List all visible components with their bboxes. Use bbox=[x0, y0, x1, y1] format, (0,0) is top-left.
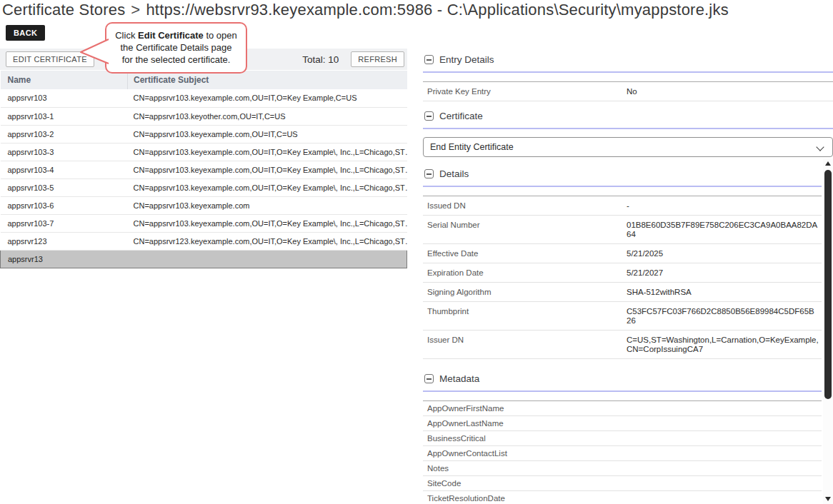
collapse-icon[interactable] bbox=[424, 55, 434, 64]
collapse-icon[interactable] bbox=[424, 169, 434, 178]
collapse-icon[interactable] bbox=[424, 374, 434, 383]
collapse-icon[interactable] bbox=[424, 111, 434, 121]
detail-value: 01B8E60D35B7F89E758C206EC3CA9A0BAA82DA64 bbox=[627, 218, 822, 241]
entry-details-section: Entry Details Private Key Entry No bbox=[423, 49, 833, 101]
metadata-row: TicketResolutionDate bbox=[423, 491, 822, 504]
entry-details-table: Private Key Entry No bbox=[423, 81, 833, 101]
certificate-header[interactable]: Certificate bbox=[423, 105, 833, 129]
metadata-row: BusinessCritical bbox=[423, 431, 822, 446]
tooltip-tail-icon bbox=[78, 37, 109, 67]
table-row[interactable]: appsrvr103-6 CN=appsrvr103.keyexample.co… bbox=[1, 196, 407, 214]
detail-label: Effective Date bbox=[423, 247, 627, 260]
breadcrumb-separator-icon: > bbox=[131, 1, 140, 19]
certificate-table: Name Certificate Subject appsrvr103 CN=a… bbox=[0, 71, 407, 268]
cert-name: appsrvr103-5 bbox=[1, 178, 128, 196]
cert-name: appsrvr103-3 bbox=[1, 143, 128, 161]
cert-name: appsrvr103-1 bbox=[1, 107, 128, 125]
cert-subject: CN=appsrvr103.keyother.com,OU=IT,C=US bbox=[128, 107, 407, 125]
detail-value: 5/21/2027 bbox=[627, 266, 822, 279]
detail-value: SHA-512withRSA bbox=[627, 286, 822, 298]
section-title: Details bbox=[439, 168, 469, 179]
cert-subject: CN=appsrvr103.keyexample.com,OU=IT,O=Key… bbox=[128, 89, 407, 107]
details-table: Issued DN - Serial Number 01B8E60D35B7F8… bbox=[423, 196, 822, 359]
scroll-down-icon[interactable] bbox=[825, 497, 831, 501]
detail-row: Issued DN - bbox=[423, 196, 822, 216]
total-count-label: Total: 10 bbox=[302, 54, 339, 65]
cert-name: appsrvr103-2 bbox=[1, 125, 128, 143]
metadata-row: AppOwnerLastName bbox=[423, 416, 822, 431]
detail-row: Expiration Date 5/21/2027 bbox=[423, 263, 822, 283]
cert-name: appsrvr103 bbox=[1, 89, 128, 107]
section-title: Entry Details bbox=[439, 54, 494, 65]
scrollbar-thumb[interactable] bbox=[824, 170, 832, 399]
section-title: Metadata bbox=[439, 373, 479, 384]
certificate-section: Certificate End Entity Certificate bbox=[423, 105, 833, 157]
detail-row: Signing Algorithm SHA-512withRSA bbox=[423, 283, 822, 302]
table-row[interactable]: appsrvr13 bbox=[1, 250, 407, 268]
certificate-store-page: Certificate Stores>https://websrvr93.key… bbox=[0, 0, 833, 504]
cert-subject: CN=appsrvr103.keyexample.com,OU=IT,O=Key… bbox=[128, 178, 407, 196]
detail-label: Expiration Date bbox=[423, 266, 627, 279]
metadata-row: Notes bbox=[423, 461, 822, 476]
cert-name: appsrvr103-4 bbox=[1, 161, 128, 178]
cert-name: appsrvr103-6 bbox=[1, 196, 128, 214]
table-row[interactable]: appsrvr123 CN=appsrvr123.keyexample.com,… bbox=[1, 232, 407, 250]
cert-subject: CN=appsrvr103.keyexample.com,OU=IT,O=Key… bbox=[128, 161, 407, 178]
cert-subject: CN=appsrvr103.keyexample.com,OU=IT,O=Key… bbox=[128, 143, 407, 161]
table-row[interactable]: appsrvr103-7 CN=appsrvr103.keyexample.co… bbox=[1, 214, 407, 232]
section-title: Certificate bbox=[439, 111, 483, 121]
detail-row: Private Key Entry No bbox=[423, 82, 833, 101]
table-row[interactable]: appsrvr103-2 CN=appsrvr103.keyexample.co… bbox=[1, 125, 407, 143]
certificate-list-panel: EDIT CERTIFICATE Total: 10 REFRESH Name … bbox=[0, 49, 407, 268]
selected-option-label: End Entity Certificate bbox=[430, 142, 514, 152]
page-title: Certificate Stores>https://websrvr93.key… bbox=[2, 1, 729, 19]
detail-value: - bbox=[627, 199, 822, 212]
back-button[interactable]: BACK bbox=[6, 25, 45, 41]
details-section: Details Issued DN - Serial Number 01B8E6… bbox=[423, 163, 822, 359]
cert-name: appsrvr123 bbox=[1, 232, 128, 250]
detail-value: 5/21/2025 bbox=[627, 247, 822, 260]
detail-row: Effective Date 5/21/2025 bbox=[423, 244, 822, 263]
breadcrumb-root[interactable]: Certificate Stores bbox=[2, 1, 125, 19]
refresh-button[interactable]: REFRESH bbox=[351, 51, 404, 67]
metadata-table: AppOwnerFirstNameAppOwnerLastNameBusines… bbox=[423, 400, 822, 504]
details-scroll-region: Details Issued DN - Serial Number 01B8E6… bbox=[423, 163, 833, 504]
detail-label: Private Key Entry bbox=[423, 85, 627, 98]
edit-certificate-tooltip: Click Edit Certificate to open the Certi… bbox=[105, 22, 247, 74]
cert-subject: CN=appsrvr103.keyexample.com,OU=IT,C=US bbox=[128, 125, 407, 143]
table-row[interactable]: appsrvr103 CN=appsrvr103.keyexample.com,… bbox=[1, 89, 407, 107]
cert-name: appsrvr13 bbox=[1, 250, 407, 268]
cert-subject: CN=appsrvr103.keyexample.com bbox=[128, 196, 407, 214]
detail-row: Thumbprint C53FC57FC03F766D2C8850B56E899… bbox=[423, 302, 822, 331]
metadata-header[interactable]: Metadata bbox=[423, 368, 822, 392]
metadata-row: AppOwnerContactList bbox=[423, 446, 822, 461]
tooltip-line-3: for the selected certificate. bbox=[111, 54, 241, 66]
detail-label: Issued DN bbox=[423, 199, 627, 212]
certificate-type-select[interactable]: End Entity Certificate bbox=[423, 137, 833, 157]
entry-details-header[interactable]: Entry Details bbox=[423, 49, 833, 73]
table-row[interactable]: appsrvr103-1 CN=appsrvr103.keyother.com,… bbox=[1, 107, 407, 125]
details-header[interactable]: Details bbox=[423, 163, 822, 187]
table-row[interactable]: appsrvr103-4 CN=appsrvr103.keyexample.co… bbox=[1, 161, 407, 178]
chevron-down-icon bbox=[816, 143, 824, 151]
cert-name: appsrvr103-7 bbox=[1, 214, 128, 232]
detail-label: Signing Algorithm bbox=[423, 286, 627, 298]
tooltip-line-1: Click Edit Certificate to open bbox=[111, 29, 241, 41]
detail-row: Issuer DN C=US,ST=Washington,L=Carnation… bbox=[423, 331, 822, 359]
scroll-up-icon[interactable] bbox=[825, 161, 831, 166]
table-row[interactable]: appsrvr103-5 CN=appsrvr103.keyexample.co… bbox=[1, 178, 407, 196]
tooltip-line-2: the Certificate Details page bbox=[111, 41, 241, 54]
detail-label: Thumbprint bbox=[423, 305, 627, 327]
detail-value: C=US,ST=Washington,L=Carnation,O=KeyExam… bbox=[627, 333, 822, 356]
table-row[interactable]: appsrvr103-3 CN=appsrvr103.keyexample.co… bbox=[1, 143, 407, 161]
certificate-details-panel: Entry Details Private Key Entry No Certi… bbox=[423, 49, 833, 504]
column-header-name[interactable]: Name bbox=[1, 71, 128, 89]
detail-value: No bbox=[627, 85, 833, 98]
cert-subject: CN=appsrvr103.keyexample.com,OU=IT,O=Key… bbox=[128, 214, 407, 232]
metadata-section: Metadata AppOwnerFirstNameAppOwnerLastNa… bbox=[423, 368, 822, 504]
vertical-scrollbar[interactable] bbox=[823, 158, 833, 504]
metadata-row: SiteCode bbox=[423, 476, 822, 491]
detail-row: Serial Number 01B8E60D35B7F89E758C206EC3… bbox=[423, 216, 822, 244]
cert-subject: CN=appsrvr123.keyexample.com,OU=IT,O=Key… bbox=[128, 232, 407, 250]
detail-label: Issuer DN bbox=[423, 333, 627, 356]
